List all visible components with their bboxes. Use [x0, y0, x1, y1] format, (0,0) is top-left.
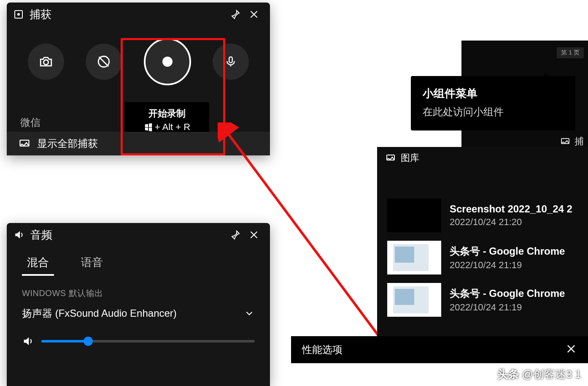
volume-slider-thumb[interactable] — [84, 337, 93, 346]
microphone-button[interactable] — [213, 43, 249, 80]
gallery-widget: 图库 Screenshot 2022_10_24 22022/10/24 21:… — [377, 147, 588, 361]
audio-titlebar: 音频 — [7, 223, 270, 247]
output-section-label: WINDOWS 默认输出 — [7, 276, 270, 303]
gallery-icon — [19, 138, 30, 150]
widget-menu-tooltip: 小组件菜单 在此处访问小组件 — [411, 76, 575, 130]
page-tag: 第 1 页 — [557, 47, 584, 58]
tab-voice[interactable]: 语音 — [78, 250, 106, 276]
capture-source-label: 微信 — [20, 116, 40, 129]
audio-pin-button[interactable] — [226, 226, 245, 244]
show-all-captures-button[interactable]: 显示全部捕获 — [7, 132, 270, 155]
gallery-item-name: 头条号 - Google Chrome — [450, 287, 565, 300]
bg-capture-row: 捕 — [560, 135, 584, 148]
record-last-button[interactable] — [86, 43, 122, 80]
close-button[interactable] — [245, 5, 263, 24]
capture-widget: 捕获 微信 开始录制 + Alt + R — [7, 3, 270, 155]
performance-close-button[interactable] — [565, 343, 577, 356]
audio-close-button[interactable] — [245, 226, 263, 244]
start-recording-button[interactable] — [144, 38, 191, 85]
gallery-item-meta: Screenshot 2022_10_24 22022/10/24 21:20 — [450, 203, 572, 228]
microphone-icon — [224, 55, 237, 68]
audio-widget: 音频 混合 语音 WINDOWS 默认输出 扬声器 (FxSound Audio… — [7, 223, 270, 386]
tooltip-title: 小组件菜单 — [423, 86, 564, 101]
gallery-thumbnail — [387, 283, 441, 317]
pin-icon — [230, 9, 240, 19]
close-icon — [565, 343, 577, 355]
record-tooltip-shortcut: + Alt + R — [128, 122, 206, 133]
watermark: 头条 @创客迷3 1 — [497, 367, 581, 382]
capture-app-icon — [13, 9, 24, 19]
gallery-list: Screenshot 2022_10_24 22022/10/24 21:20头… — [377, 169, 588, 317]
record-dot-icon — [162, 57, 173, 67]
gallery-item-meta: 头条号 - Google Chrome2022/10/24 21:19 — [450, 287, 565, 313]
chevron-down-icon — [244, 308, 255, 319]
audio-title: 音频 — [30, 228, 52, 242]
svg-point-2 — [17, 13, 20, 16]
watermark-brand: 头条 — [497, 367, 519, 382]
gallery-item-name: 头条号 - Google Chrome — [450, 245, 565, 258]
svg-rect-5 — [229, 57, 233, 63]
gallery-thumbnail — [387, 241, 441, 275]
output-device-row[interactable]: 扬声器 (FxSound Audio Enhancer) — [7, 303, 270, 323]
screenshot-button[interactable] — [28, 43, 64, 80]
audio-tabs: 混合 语音 — [7, 247, 270, 276]
capture-titlebar: 捕获 — [7, 3, 270, 26]
tooltip-desc: 在此处访问小组件 — [423, 105, 564, 119]
capture-icon — [560, 136, 570, 147]
volume-slider-row — [7, 323, 270, 347]
show-all-captures-label: 显示全部捕获 — [37, 137, 98, 150]
performance-options-title: 性能选项 — [302, 343, 343, 356]
gallery-title: 图库 — [401, 152, 419, 164]
replay-disabled-icon — [97, 54, 111, 69]
pin-button[interactable] — [226, 5, 245, 24]
watermark-author: @创客迷3 1 — [522, 367, 581, 382]
performance-options-bar: 性能选项 — [291, 336, 588, 363]
gallery-item-date: 2022/10/24 21:19 — [450, 302, 565, 313]
windows-key-icon — [144, 122, 153, 132]
record-tooltip-label: 开始录制 — [128, 107, 206, 120]
tab-mix[interactable]: 混合 — [24, 250, 52, 276]
gallery-icon — [386, 153, 396, 163]
speaker-icon — [13, 229, 24, 240]
gallery-item-date: 2022/10/24 21:19 — [450, 260, 565, 271]
capture-title: 捕获 — [30, 7, 51, 22]
gallery-thumbnail — [387, 198, 441, 232]
pin-icon — [230, 230, 240, 240]
camera-icon — [39, 54, 53, 69]
gallery-item-meta: 头条号 - Google Chrome2022/10/24 21:19 — [450, 245, 565, 271]
volume-icon[interactable] — [22, 335, 34, 347]
gallery-item-name: Screenshot 2022_10_24 2 — [450, 203, 572, 215]
gallery-item-date: 2022/10/24 21:20 — [450, 217, 572, 228]
gallery-item[interactable]: Screenshot 2022_10_24 22022/10/24 21:20 — [387, 198, 588, 232]
close-icon — [248, 229, 259, 240]
gallery-item[interactable]: 头条号 - Google Chrome2022/10/24 21:19 — [387, 283, 588, 317]
gallery-titlebar: 图库 — [377, 147, 588, 169]
volume-slider[interactable] — [41, 340, 255, 343]
svg-point-3 — [43, 60, 48, 65]
output-device-name: 扬声器 (FxSound Audio Enhancer) — [22, 307, 177, 320]
close-icon — [248, 9, 259, 20]
gallery-item[interactable]: 头条号 - Google Chrome2022/10/24 21:19 — [387, 241, 588, 275]
